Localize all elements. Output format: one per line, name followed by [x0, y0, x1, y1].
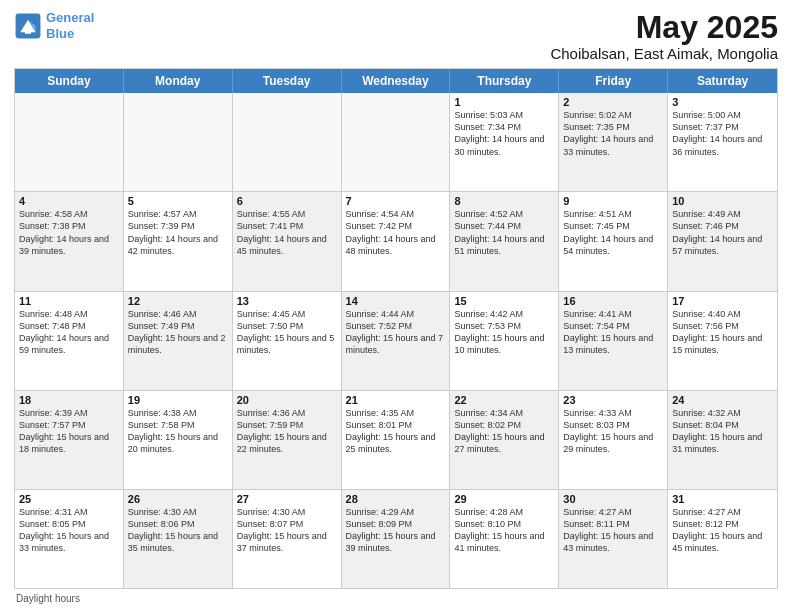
day-number-30: 30 — [563, 493, 663, 505]
day-info-6: Sunrise: 4:55 AM Sunset: 7:41 PM Dayligh… — [237, 208, 337, 257]
page: General Blue May 2025 Choibalsan, East A… — [0, 0, 792, 612]
header-day-friday: Friday — [559, 69, 668, 93]
day-number-6: 6 — [237, 195, 337, 207]
day-number-31: 31 — [672, 493, 773, 505]
day-info-28: Sunrise: 4:29 AM Sunset: 8:09 PM Dayligh… — [346, 506, 446, 555]
calendar-day-3: 3Sunrise: 5:00 AM Sunset: 7:37 PM Daylig… — [668, 93, 777, 191]
day-number-7: 7 — [346, 195, 446, 207]
calendar-day-14: 14Sunrise: 4:44 AM Sunset: 7:52 PM Dayli… — [342, 292, 451, 390]
day-number-25: 25 — [19, 493, 119, 505]
logo: General Blue — [14, 10, 94, 41]
day-number-20: 20 — [237, 394, 337, 406]
calendar-day-22: 22Sunrise: 4:34 AM Sunset: 8:02 PM Dayli… — [450, 391, 559, 489]
day-info-19: Sunrise: 4:38 AM Sunset: 7:58 PM Dayligh… — [128, 407, 228, 456]
main-title: May 2025 — [550, 10, 778, 45]
calendar-day-30: 30Sunrise: 4:27 AM Sunset: 8:11 PM Dayli… — [559, 490, 668, 588]
calendar-week-5: 25Sunrise: 4:31 AM Sunset: 8:05 PM Dayli… — [15, 489, 777, 588]
day-info-1: Sunrise: 5:03 AM Sunset: 7:34 PM Dayligh… — [454, 109, 554, 158]
day-info-31: Sunrise: 4:27 AM Sunset: 8:12 PM Dayligh… — [672, 506, 773, 555]
day-number-27: 27 — [237, 493, 337, 505]
calendar-body: 1Sunrise: 5:03 AM Sunset: 7:34 PM Daylig… — [15, 93, 777, 588]
day-info-22: Sunrise: 4:34 AM Sunset: 8:02 PM Dayligh… — [454, 407, 554, 456]
calendar-cell-empty — [15, 93, 124, 191]
logo-text: General Blue — [46, 10, 94, 41]
calendar-day-5: 5Sunrise: 4:57 AM Sunset: 7:39 PM Daylig… — [124, 192, 233, 290]
day-number-10: 10 — [672, 195, 773, 207]
calendar-day-6: 6Sunrise: 4:55 AM Sunset: 7:41 PM Daylig… — [233, 192, 342, 290]
calendar-day-18: 18Sunrise: 4:39 AM Sunset: 7:57 PM Dayli… — [15, 391, 124, 489]
calendar-day-21: 21Sunrise: 4:35 AM Sunset: 8:01 PM Dayli… — [342, 391, 451, 489]
header-day-monday: Monday — [124, 69, 233, 93]
day-number-29: 29 — [454, 493, 554, 505]
day-info-2: Sunrise: 5:02 AM Sunset: 7:35 PM Dayligh… — [563, 109, 663, 158]
day-info-13: Sunrise: 4:45 AM Sunset: 7:50 PM Dayligh… — [237, 308, 337, 357]
calendar-day-10: 10Sunrise: 4:49 AM Sunset: 7:46 PM Dayli… — [668, 192, 777, 290]
day-info-10: Sunrise: 4:49 AM Sunset: 7:46 PM Dayligh… — [672, 208, 773, 257]
footer-note: Daylight hours — [14, 593, 778, 604]
calendar-day-24: 24Sunrise: 4:32 AM Sunset: 8:04 PM Dayli… — [668, 391, 777, 489]
day-info-21: Sunrise: 4:35 AM Sunset: 8:01 PM Dayligh… — [346, 407, 446, 456]
day-info-7: Sunrise: 4:54 AM Sunset: 7:42 PM Dayligh… — [346, 208, 446, 257]
day-info-25: Sunrise: 4:31 AM Sunset: 8:05 PM Dayligh… — [19, 506, 119, 555]
calendar-day-26: 26Sunrise: 4:30 AM Sunset: 8:06 PM Dayli… — [124, 490, 233, 588]
calendar-day-27: 27Sunrise: 4:30 AM Sunset: 8:07 PM Dayli… — [233, 490, 342, 588]
day-info-29: Sunrise: 4:28 AM Sunset: 8:10 PM Dayligh… — [454, 506, 554, 555]
day-info-11: Sunrise: 4:48 AM Sunset: 7:48 PM Dayligh… — [19, 308, 119, 357]
calendar-day-29: 29Sunrise: 4:28 AM Sunset: 8:10 PM Dayli… — [450, 490, 559, 588]
day-number-8: 8 — [454, 195, 554, 207]
day-number-26: 26 — [128, 493, 228, 505]
day-number-16: 16 — [563, 295, 663, 307]
calendar-week-1: 1Sunrise: 5:03 AM Sunset: 7:34 PM Daylig… — [15, 93, 777, 191]
calendar-day-13: 13Sunrise: 4:45 AM Sunset: 7:50 PM Dayli… — [233, 292, 342, 390]
calendar-week-4: 18Sunrise: 4:39 AM Sunset: 7:57 PM Dayli… — [15, 390, 777, 489]
day-info-15: Sunrise: 4:42 AM Sunset: 7:53 PM Dayligh… — [454, 308, 554, 357]
day-number-21: 21 — [346, 394, 446, 406]
logo-line1: General — [46, 10, 94, 25]
calendar-day-12: 12Sunrise: 4:46 AM Sunset: 7:49 PM Dayli… — [124, 292, 233, 390]
calendar-day-9: 9Sunrise: 4:51 AM Sunset: 7:45 PM Daylig… — [559, 192, 668, 290]
calendar-day-8: 8Sunrise: 4:52 AM Sunset: 7:44 PM Daylig… — [450, 192, 559, 290]
header-day-tuesday: Tuesday — [233, 69, 342, 93]
day-number-13: 13 — [237, 295, 337, 307]
day-number-3: 3 — [672, 96, 773, 108]
calendar: SundayMondayTuesdayWednesdayThursdayFrid… — [14, 68, 778, 589]
logo-line2: Blue — [46, 26, 74, 41]
day-number-11: 11 — [19, 295, 119, 307]
day-info-4: Sunrise: 4:58 AM Sunset: 7:38 PM Dayligh… — [19, 208, 119, 257]
day-info-30: Sunrise: 4:27 AM Sunset: 8:11 PM Dayligh… — [563, 506, 663, 555]
calendar-day-20: 20Sunrise: 4:36 AM Sunset: 7:59 PM Dayli… — [233, 391, 342, 489]
day-info-12: Sunrise: 4:46 AM Sunset: 7:49 PM Dayligh… — [128, 308, 228, 357]
day-number-17: 17 — [672, 295, 773, 307]
calendar-day-23: 23Sunrise: 4:33 AM Sunset: 8:03 PM Dayli… — [559, 391, 668, 489]
day-info-8: Sunrise: 4:52 AM Sunset: 7:44 PM Dayligh… — [454, 208, 554, 257]
day-info-23: Sunrise: 4:33 AM Sunset: 8:03 PM Dayligh… — [563, 407, 663, 456]
day-info-17: Sunrise: 4:40 AM Sunset: 7:56 PM Dayligh… — [672, 308, 773, 357]
day-info-5: Sunrise: 4:57 AM Sunset: 7:39 PM Dayligh… — [128, 208, 228, 257]
title-block: May 2025 Choibalsan, East Aimak, Mongoli… — [550, 10, 778, 62]
calendar-day-1: 1Sunrise: 5:03 AM Sunset: 7:34 PM Daylig… — [450, 93, 559, 191]
calendar-day-25: 25Sunrise: 4:31 AM Sunset: 8:05 PM Dayli… — [15, 490, 124, 588]
day-number-5: 5 — [128, 195, 228, 207]
day-info-9: Sunrise: 4:51 AM Sunset: 7:45 PM Dayligh… — [563, 208, 663, 257]
day-info-14: Sunrise: 4:44 AM Sunset: 7:52 PM Dayligh… — [346, 308, 446, 357]
subtitle: Choibalsan, East Aimak, Mongolia — [550, 45, 778, 62]
calendar-week-3: 11Sunrise: 4:48 AM Sunset: 7:48 PM Dayli… — [15, 291, 777, 390]
header-day-thursday: Thursday — [450, 69, 559, 93]
day-number-22: 22 — [454, 394, 554, 406]
calendar-header: SundayMondayTuesdayWednesdayThursdayFrid… — [15, 69, 777, 93]
day-number-2: 2 — [563, 96, 663, 108]
calendar-cell-empty — [233, 93, 342, 191]
day-info-26: Sunrise: 4:30 AM Sunset: 8:06 PM Dayligh… — [128, 506, 228, 555]
calendar-day-7: 7Sunrise: 4:54 AM Sunset: 7:42 PM Daylig… — [342, 192, 451, 290]
day-info-27: Sunrise: 4:30 AM Sunset: 8:07 PM Dayligh… — [237, 506, 337, 555]
day-number-4: 4 — [19, 195, 119, 207]
day-number-15: 15 — [454, 295, 554, 307]
day-info-16: Sunrise: 4:41 AM Sunset: 7:54 PM Dayligh… — [563, 308, 663, 357]
calendar-day-2: 2Sunrise: 5:02 AM Sunset: 7:35 PM Daylig… — [559, 93, 668, 191]
day-number-18: 18 — [19, 394, 119, 406]
day-number-9: 9 — [563, 195, 663, 207]
svg-rect-3 — [25, 27, 31, 33]
calendar-cell-empty — [124, 93, 233, 191]
day-number-23: 23 — [563, 394, 663, 406]
day-number-19: 19 — [128, 394, 228, 406]
